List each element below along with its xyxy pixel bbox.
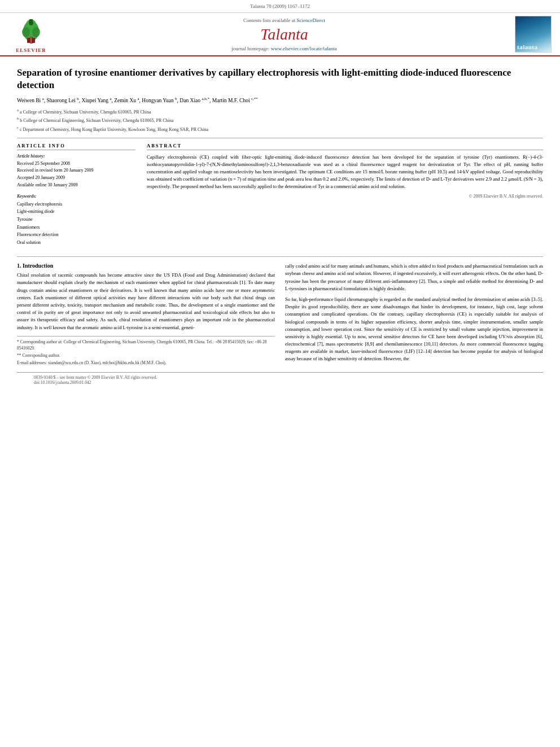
abstract-column: ABSTRACT Capillary electrophoresis (CE) …	[147, 143, 543, 251]
intro-section-title: 1. Introduction	[17, 263, 275, 269]
intro-para-3: So far, high-performance liquid chromato…	[285, 296, 543, 363]
corr-note-2: ** Corresponding author.	[17, 352, 275, 359]
talanta-logo-box: talanta	[512, 15, 554, 53]
talanta-logo-text: talanta	[517, 43, 538, 50]
journal-header: Talanta 78 (2009) 1167–1172	[0, 0, 560, 13]
article-history-block: Article history: Received 25 September 2…	[17, 154, 135, 189]
svg-rect-6	[29, 19, 33, 24]
article-dates: Received 25 September 2008 Received in r…	[17, 160, 135, 189]
page: Talanta 78 (2009) 1167–1172 ELSEVI	[0, 0, 560, 747]
article-title: Separation of tyrosine enantiomer deriva…	[17, 67, 543, 91]
sciencedirect-link[interactable]: ScienceDirect	[297, 18, 325, 23]
svg-point-4	[32, 27, 40, 37]
keywords-block: Keywords: Capillary electrophoresis Ligh…	[17, 194, 135, 247]
journal-masthead: ELSEVIER Contents lists available at Sci…	[0, 13, 560, 56]
section-divider	[17, 256, 543, 257]
article-body: Separation of tyrosine enantiomer deriva…	[0, 56, 560, 396]
svg-point-3	[22, 27, 30, 37]
doi-note: doi:10.1016/j.talanta.2009.01.042	[34, 380, 526, 385]
info-abstract-columns: ARTICLE INFO Article history: Received 2…	[17, 143, 543, 251]
journal-title-center: Contents lists available at ScienceDirec…	[56, 15, 512, 53]
main-body-columns: 1. Introduction Chiral resolution of rac…	[17, 263, 543, 367]
intro-para-2: cally coded amino acid for many animals …	[285, 263, 543, 292]
keywords-list: Capillary electrophoresis Light-emitting…	[17, 200, 135, 247]
keywords-label: Keywords:	[17, 194, 135, 199]
open-access-note: 0039-9140/$ – see front matter © 2009 El…	[34, 375, 526, 380]
bottom-bar: 0039-9140/$ – see front matter © 2009 El…	[17, 372, 543, 387]
journal-name: Talanta	[260, 25, 308, 43]
elsevier-text: ELSEVIER	[16, 47, 46, 53]
intro-para-1: Chiral resolution of racemic compounds h…	[17, 272, 275, 331]
main-col-right: cally coded amino acid for many animals …	[285, 263, 543, 367]
article-info-heading: ARTICLE INFO	[17, 143, 135, 150]
corr-note-1: * Corresponding author at: College of Ch…	[17, 339, 275, 352]
homepage-url[interactable]: www.elsevier.com/locate/talanta	[271, 46, 337, 51]
footnote-section: * Corresponding author at: College of Ch…	[17, 336, 275, 366]
email-note: E-mail addresses: xiandan@scu.edu.cn (D.…	[17, 360, 275, 366]
divider	[17, 138, 543, 138]
doi-line: Talanta 78 (2009) 1167–1172	[0, 3, 560, 9]
article-history-label: Article history:	[17, 154, 135, 159]
affiliations: a a College of Chemistry, Sichuan Univer…	[17, 107, 543, 133]
sciencedirect-line: Contents lists available at ScienceDirec…	[243, 18, 325, 23]
article-info-column: ARTICLE INFO Article history: Received 2…	[17, 143, 135, 251]
elsevier-logo: ELSEVIER	[6, 15, 56, 53]
elsevier-tree-icon	[16, 15, 47, 46]
abstract-text: Capillary electrophoresis (CE) coupled w…	[147, 154, 543, 191]
authors-line: Weiwen Bi a, Shaorong Lei b, Xiupei Yang…	[17, 96, 543, 104]
talanta-logo-image: talanta	[515, 16, 552, 53]
journal-homepage-line: journal homepage: www.elsevier.com/locat…	[231, 46, 336, 51]
copyright-line: © 2009 Elsevier B.V. All rights reserved…	[147, 194, 543, 199]
abstract-heading: ABSTRACT	[147, 143, 543, 150]
main-col-left: 1. Introduction Chiral resolution of rac…	[17, 263, 275, 367]
